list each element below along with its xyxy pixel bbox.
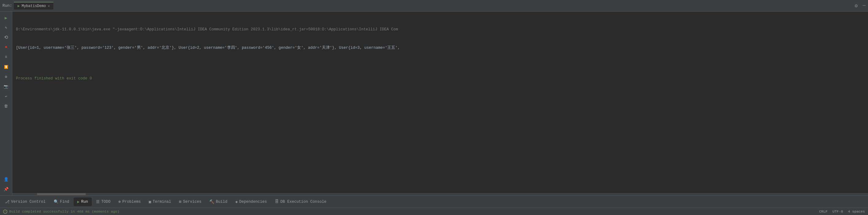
tab-version-control[interactable]: ⎇ Version Control [1, 197, 50, 206]
filter-button[interactable]: ≡ [2, 53, 10, 61]
run-icon: ▶ [77, 199, 80, 204]
output-content[interactable]: D:\Environments\jdk-11.0.0.1\bin\java.ex… [12, 12, 868, 193]
scrollbar-thumb[interactable] [37, 193, 86, 195]
run-button[interactable]: ▶ [2, 13, 10, 22]
problems-icon: ⊕ [118, 199, 121, 204]
rerun-button[interactable]: ⟲ [2, 33, 10, 42]
find-icon: 🔍 [54, 199, 59, 204]
dependencies-icon: ◈ [235, 199, 238, 204]
status-right-area: CRLF UTF-8 4 spaces [819, 210, 865, 213]
main-area: ▶ ✎ ⟲ ■ ≡ ⏬ ⚙ 📷 ↩ 🗑 👤 📌 D:\Environments\… [0, 12, 868, 195]
output-line-4: Process finished with exit code 0 [16, 75, 864, 82]
camera-button[interactable]: 📷 [2, 82, 10, 91]
status-icon: ✓ [3, 210, 7, 214]
db-console-icon: 🗄 [275, 199, 279, 204]
terminal-icon: ▣ [149, 199, 151, 204]
scroll-end-button[interactable]: ⏬ [2, 63, 10, 71]
tab-version-control-label: Version Control [11, 199, 46, 204]
status-message-area: ✓ Build completed successfully in 468 ms… [3, 210, 817, 214]
pin-button[interactable]: 📌 [2, 185, 10, 193]
build-icon: 🔨 [209, 199, 214, 204]
services-icon: ⊞ [179, 199, 182, 204]
left-toolbar: ▶ ✎ ⟲ ■ ≡ ⏬ ⚙ 📷 ↩ 🗑 👤 📌 [0, 12, 12, 195]
minimize-icon[interactable]: — [863, 3, 866, 9]
delete-button[interactable]: 🗑 [2, 102, 10, 111]
run-label: Run: [2, 3, 12, 8]
tab-run-label: Run [81, 199, 88, 204]
tab-dependencies-label: Dependencies [239, 199, 267, 204]
tab-problems[interactable]: ⊕ Problems [115, 197, 145, 206]
run-tab-icon: ▶ [18, 4, 20, 8]
close-tab-button[interactable]: ✕ [48, 4, 50, 8]
tab-services[interactable]: ⊞ Services [176, 197, 205, 206]
stop-button[interactable]: ■ [2, 43, 10, 52]
tab-find-label: Find [60, 199, 69, 204]
bottom-tabs-bar: ⎇ Version Control 🔍 Find ▶ Run ☰ TODO ⊕ … [0, 195, 868, 208]
title-bar-actions: ⚙ — [855, 3, 866, 9]
settings-button[interactable]: ⚙ [2, 72, 10, 81]
tab-terminal[interactable]: ▣ Terminal [145, 197, 175, 206]
tab-run[interactable]: ▶ Run [74, 197, 92, 206]
encoding-indicator[interactable]: UTF-8 [832, 210, 843, 213]
tab-db-console[interactable]: 🗄 DB Execution Console [271, 197, 330, 206]
tab-dependencies[interactable]: ◈ Dependencies [231, 197, 271, 206]
indent-indicator[interactable]: 4 spaces [848, 210, 865, 213]
tab-build-label: Build [216, 199, 227, 204]
run-tab[interactable]: ▶ MybatisDemo ✕ [14, 2, 53, 9]
todo-icon: ☰ [96, 199, 100, 204]
tab-terminal-label: Terminal [153, 199, 171, 204]
status-bar: ✓ Build completed successfully in 468 ms… [0, 208, 868, 215]
settings-icon[interactable]: ⚙ [855, 3, 858, 9]
restore-button[interactable]: ↩ [2, 92, 10, 101]
tab-problems-label: Problems [122, 199, 141, 204]
tab-todo[interactable]: ☰ TODO [92, 197, 114, 206]
version-control-icon: ⎇ [5, 199, 9, 204]
tab-db-console-label: DB Execution Console [280, 199, 327, 204]
tab-todo-label: TODO [101, 199, 111, 204]
tab-services-label: Services [183, 199, 201, 204]
output-line-1: D:\Environments\jdk-11.0.0.1\bin\java.ex… [16, 26, 864, 32]
output-line-2: [User{id=1, username='张三', password='123… [16, 45, 864, 51]
edit-config-button[interactable]: ✎ [2, 23, 10, 32]
run-tab-label: MybatisDemo [22, 4, 46, 8]
scrollbar-track[interactable] [12, 193, 868, 195]
tab-find[interactable]: 🔍 Find [50, 197, 73, 206]
title-bar: Run: ▶ MybatisDemo ✕ ⚙ — [0, 0, 868, 12]
status-message: Build completed successfully in 468 ms (… [9, 210, 119, 213]
crlf-indicator[interactable]: CRLF [819, 210, 828, 213]
tab-build[interactable]: 🔨 Build [206, 197, 231, 206]
output-panel: D:\Environments\jdk-11.0.0.1\bin\java.ex… [12, 12, 868, 195]
users-button[interactable]: 👤 [2, 175, 10, 184]
